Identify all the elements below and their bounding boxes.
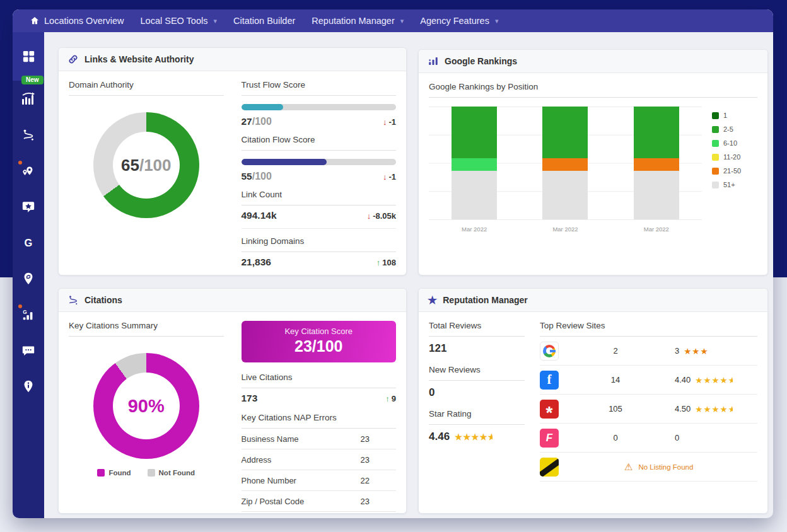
rating-stars: ★★★ <box>684 346 708 356</box>
nap-error-row-phone-number: Phone Number22 <box>242 470 397 491</box>
bar-segment-51 <box>452 171 497 219</box>
bar-segment-2-5 <box>634 107 679 158</box>
stat-star-rating: Star Rating4.46★★★★★ <box>429 409 525 443</box>
arrow-up-icon: ↑ <box>376 258 381 267</box>
legend-label: Found <box>108 469 131 477</box>
nav-item-reputation-manager[interactable]: Reputation Manager▾ <box>303 9 412 32</box>
metric-label: Trust Flow Score <box>242 80 397 96</box>
bar-segment-51 <box>634 171 679 219</box>
rankings-chart-icon <box>21 91 36 107</box>
map-pins-icon <box>21 164 35 178</box>
nap-error-row-business-name: Business Name23 <box>242 429 397 449</box>
stat-number: 4.46 <box>429 431 450 443</box>
sidebar-item-chat[interactable] <box>13 332 44 368</box>
delta-value: -1 <box>388 117 396 127</box>
nap-error-row-address: Address23 <box>242 449 397 470</box>
rating-stars: ★★★★★ <box>695 375 732 385</box>
stat-stars: ★★★★★ <box>455 432 492 442</box>
google-rankings-card-header: Google Rankings <box>419 50 767 73</box>
chevron-down-icon: ▾ <box>213 17 217 25</box>
sidebar-item-pin-sync[interactable] <box>13 260 44 296</box>
stat-value: 4.46★★★★★ <box>429 431 525 443</box>
reputation-card-header: ★ Reputation Manager <box>419 289 767 312</box>
review-rating: 0 <box>662 433 757 442</box>
stat-number: 0 <box>429 386 434 399</box>
review-site-row-google[interactable]: 23★★★ <box>540 337 757 366</box>
yellowpages-icon <box>540 458 559 477</box>
domain-authority-value: 65/100 <box>121 156 172 175</box>
legend-swatch <box>712 182 719 188</box>
chat-icon <box>21 344 35 357</box>
stat-number: 121 <box>429 342 446 355</box>
sidebar-item-google-g[interactable]: G <box>13 224 44 260</box>
review-count: 0 <box>569 433 662 442</box>
star-icon: ★ <box>428 295 437 306</box>
legend-label: 2-5 <box>723 125 733 133</box>
google-g-icon: G <box>21 236 35 250</box>
warning-text: No Listing Found <box>638 463 693 471</box>
nav-item-citation-builder[interactable]: Citation Builder <box>225 9 303 32</box>
legend-item-1: 1 <box>712 112 757 119</box>
rankings-x-labels: Mar 2022Mar 2022Mar 2022 <box>429 226 702 233</box>
rating-value: 3 <box>675 346 679 356</box>
foursquare-icon: F <box>540 429 559 448</box>
review-site-row-yelp[interactable]: *1054.50★★★★★ <box>540 395 757 424</box>
live-citations-delta: ↑9 <box>385 394 396 403</box>
nap-field: Zip / Postal Code <box>242 497 305 506</box>
sidebar-item-map-pins[interactable] <box>13 153 44 188</box>
metric-value-row: 27/100↓-1 <box>242 116 397 127</box>
stat-label: Star Rating <box>429 409 525 425</box>
legend-item-6-10: 6-10 <box>712 139 757 147</box>
pin-info-icon <box>21 379 35 393</box>
nav-item-local-seo-tools[interactable]: Local SEO Tools▾ <box>132 9 225 32</box>
sidebar-item-chart-google[interactable]: G <box>13 296 44 332</box>
stat-value: 121 <box>429 342 525 355</box>
metric-trust-flow-score: Trust Flow Score27/100↓-1 <box>242 80 397 127</box>
legend-label: Not Found <box>159 469 195 477</box>
route-icon <box>67 294 79 306</box>
key-citation-score-badge: Key Citation Score 23/100 <box>242 321 397 362</box>
sidebar-item-pin-info[interactable] <box>13 368 44 404</box>
sidebar-item-review-bubble[interactable] <box>13 188 44 224</box>
review-count: 105 <box>569 404 662 413</box>
review-count: 14 <box>569 375 662 385</box>
review-site-row-foursquare[interactable]: F00 <box>540 424 757 453</box>
review-rating: 3★★★ <box>662 346 757 356</box>
rating-stars: ★★★★★ <box>695 404 732 414</box>
review-site-row-yellowpages[interactable]: ⚠No Listing Found <box>540 453 757 482</box>
metric-value-row: 21,836↑108 <box>242 257 397 275</box>
live-citations-label: Live Citations <box>242 373 397 388</box>
citations-summary-label: Key Citations Summary <box>69 321 224 337</box>
stat-new-reviews: New Reviews0 <box>429 365 525 399</box>
nav-item-agency-features[interactable]: Agency Features▾ <box>412 9 506 32</box>
metric-denominator: /100 <box>252 171 272 182</box>
metric-value: 494.14k <box>242 210 277 221</box>
bar-segment-6-10 <box>452 158 497 171</box>
progress-track <box>242 104 397 110</box>
x-axis-label: Mar 2022 <box>634 226 679 233</box>
citations-card: Citations Key Citations Summary 90% Foun… <box>58 288 407 514</box>
sidebar-item-citations-route[interactable] <box>13 117 44 153</box>
review-site-row-facebook[interactable]: f144.40★★★★★ <box>540 366 757 395</box>
sidebar-item-rankings-chart[interactable]: New <box>13 81 44 117</box>
nap-field: Address <box>242 455 272 465</box>
legend-swatch <box>712 112 719 119</box>
metric-label: Citation Flow Score <box>242 135 397 151</box>
arrow-up-icon: ↑ <box>385 394 390 403</box>
review-count: 2 <box>569 346 662 356</box>
sidebar-item-dashboard[interactable] <box>13 32 44 81</box>
metric-value: 21,836 <box>242 257 271 268</box>
bar-segment-21-50 <box>542 158 588 171</box>
metric-delta: ↓-8.05k <box>367 211 396 221</box>
live-citations-delta: ↑9 <box>385 394 396 403</box>
citations-donut: 90% <box>93 353 199 459</box>
metric-value: 55 <box>242 171 252 182</box>
nav-item-locations-overview[interactable]: Locations Overview <box>21 9 132 32</box>
delta-value: -1 <box>388 172 396 182</box>
legend-swatch <box>712 168 719 175</box>
review-bubble-icon <box>21 200 35 214</box>
domain-authority-label: Domain Authority <box>69 80 224 96</box>
facebook-icon: f <box>540 371 559 390</box>
svg-text:G: G <box>25 236 33 248</box>
legend-label: 1 <box>723 112 727 119</box>
